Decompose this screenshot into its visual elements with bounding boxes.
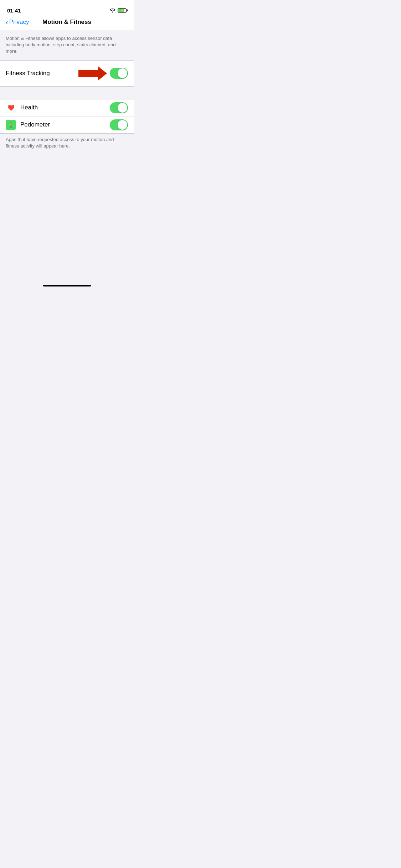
page-title: Motion & Fitness: [42, 19, 91, 26]
wifi-icon: [110, 8, 115, 12]
heart-icon: ❤️: [7, 104, 15, 111]
pedometer-toggle[interactable]: [110, 119, 128, 130]
apps-group: ❤️ Health 🚶 Pedometer: [0, 99, 134, 134]
health-toggle-knob: [118, 103, 127, 113]
fitness-tracking-group: Fitness Tracking: [0, 60, 134, 87]
pedometer-toggle-knob: [118, 120, 127, 130]
fitness-tracking-toggle[interactable]: [110, 68, 128, 79]
footer-note-text: Apps that have requested access to your …: [6, 136, 128, 149]
status-bar: 01:41 ⚡: [0, 0, 134, 16]
status-time: 01:41: [7, 7, 21, 14]
back-label: Privacy: [9, 19, 29, 26]
health-toggle[interactable]: [110, 102, 128, 113]
back-chevron-icon: ‹: [6, 19, 8, 26]
red-arrow-annotation: [78, 64, 107, 82]
home-indicator: [43, 285, 91, 286]
description-text: Motion & Fitness allows apps to access s…: [6, 35, 128, 55]
back-button[interactable]: ‹ Privacy: [6, 19, 29, 26]
fitness-tracking-label: Fitness Tracking: [6, 70, 78, 77]
health-row: ❤️ Health: [0, 99, 134, 117]
pedometer-app-name: Pedometer: [20, 121, 110, 128]
health-app-icon: ❤️: [6, 103, 16, 113]
walk-icon: 🚶: [7, 122, 15, 128]
footer-note: Apps that have requested access to your …: [0, 134, 134, 154]
pedometer-row: 🚶 Pedometer: [0, 117, 134, 133]
nav-bar: ‹ Privacy Motion & Fitness: [0, 16, 134, 30]
section-gap: [0, 87, 134, 99]
battery-icon: ⚡: [118, 8, 127, 13]
status-icons: ⚡: [110, 8, 127, 13]
pedometer-app-icon: 🚶: [6, 120, 16, 130]
toggle-knob: [118, 68, 127, 78]
fitness-tracking-row: Fitness Tracking: [0, 61, 134, 86]
health-app-name: Health: [20, 104, 110, 111]
section-description: Motion & Fitness allows apps to access s…: [0, 30, 134, 60]
svg-marker-0: [78, 66, 107, 81]
